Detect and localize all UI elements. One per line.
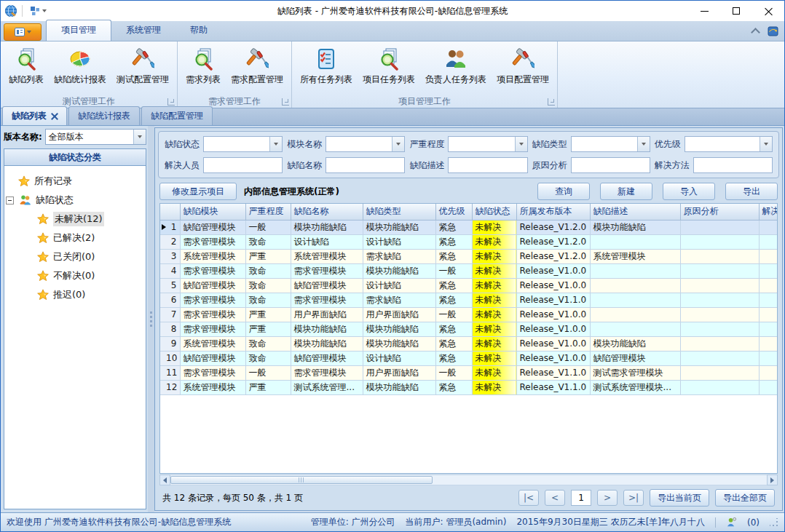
- cell-module[interactable]: 需求管理模块: [180, 293, 245, 307]
- column-header[interactable]: 缺陷模块: [180, 204, 245, 220]
- ribbon-button[interactable]: 缺陷统计报表: [50, 44, 110, 88]
- tree-item[interactable]: 未解决(12): [7, 210, 143, 229]
- cell-description[interactable]: [590, 307, 680, 322]
- ribbon-button[interactable]: 所有任务列表: [296, 44, 356, 88]
- cell-solution[interactable]: [759, 234, 778, 249]
- filter-input[interactable]: [571, 157, 650, 173]
- cell-solution[interactable]: [759, 365, 778, 380]
- dialog-launcher-icon[interactable]: [548, 98, 555, 106]
- cell-priority[interactable]: 紧急: [435, 322, 472, 336]
- filter-input[interactable]: [448, 157, 527, 173]
- cell-severity[interactable]: 严重: [245, 380, 291, 394]
- cell-module[interactable]: 系统管理模块: [180, 380, 245, 394]
- cell-version[interactable]: Release_V1.0.0: [516, 336, 590, 351]
- ribbon-tab[interactable]: 帮助: [175, 20, 222, 41]
- cell-module[interactable]: 需求管理模块: [180, 307, 245, 322]
- cell-analysis[interactable]: [680, 220, 759, 234]
- cell-priority[interactable]: 一般: [435, 263, 472, 278]
- cell-status[interactable]: 未解决: [472, 263, 516, 278]
- ribbon-button[interactable]: 项目配置管理: [493, 44, 553, 88]
- cell-solution[interactable]: [759, 322, 778, 336]
- page-number-input[interactable]: [571, 490, 591, 506]
- cell-priority[interactable]: 紧急: [435, 336, 472, 351]
- cell-priority[interactable]: 一般: [435, 307, 472, 322]
- cell-module[interactable]: 系统管理模块: [180, 249, 245, 263]
- cell-status[interactable]: 未解决: [472, 234, 516, 249]
- cell-version[interactable]: Release_V1.1.0: [516, 380, 590, 394]
- table-row[interactable]: 11 需求管理模块 一般 需求管理模块 用户界面缺陷 一般 未解决 Releas…: [160, 365, 778, 380]
- action-button[interactable]: 导出: [725, 183, 778, 200]
- cell-solution[interactable]: [759, 336, 778, 351]
- cell-severity[interactable]: 一般: [245, 220, 291, 234]
- cell-analysis[interactable]: [680, 351, 759, 365]
- cell-description[interactable]: [590, 263, 680, 278]
- chevron-down-icon[interactable]: [515, 137, 527, 151]
- horizontal-scrollbar[interactable]: [159, 475, 778, 485]
- app-menu-button[interactable]: [4, 23, 42, 41]
- column-header[interactable]: 缺陷名称: [291, 204, 363, 220]
- table-row[interactable]: 8 需求管理模块 严重 模块功能缺陷 模块功能缺陷 紧急 未解决 Release…: [160, 322, 778, 336]
- cell-name[interactable]: 用户界面缺陷: [291, 307, 363, 322]
- cell-status[interactable]: 未解决: [472, 336, 516, 351]
- cell-name[interactable]: 测试系统管理...: [291, 380, 363, 394]
- dialog-launcher-icon[interactable]: [282, 98, 289, 106]
- chevron-down-icon[interactable]: [392, 137, 404, 151]
- cell-status[interactable]: 未解决: [472, 322, 516, 336]
- resize-grip[interactable]: [770, 518, 778, 527]
- cell-analysis[interactable]: [680, 234, 759, 249]
- prev-page-button[interactable]: <: [545, 490, 565, 506]
- cell-priority[interactable]: 紧急: [435, 234, 472, 249]
- cell-severity[interactable]: 致命: [245, 278, 291, 293]
- chevron-down-icon[interactable]: [133, 130, 146, 144]
- cell-module[interactable]: 缺陷管理模块: [180, 351, 245, 365]
- cell-version[interactable]: Release_V1.0.0: [516, 351, 590, 365]
- cell-name[interactable]: 缺陷管理模块: [291, 278, 363, 293]
- table-row[interactable]: 6 需求管理模块 致命 需求管理模块 需求缺陷 紧急 未解决 Release_V…: [160, 293, 778, 307]
- export-all-pages-button[interactable]: 导出全部页: [715, 489, 775, 507]
- cell-priority[interactable]: 紧急: [435, 249, 472, 263]
- cell-priority[interactable]: 紧急: [435, 293, 472, 307]
- cell-analysis[interactable]: [680, 365, 759, 380]
- ribbon-tab[interactable]: 项目管理: [46, 20, 111, 41]
- cell-solution[interactable]: [759, 293, 778, 307]
- cell-status[interactable]: 未解决: [472, 351, 516, 365]
- close-icon[interactable]: [51, 113, 58, 119]
- cell-description[interactable]: [590, 293, 680, 307]
- cell-name[interactable]: 模块功能缺陷: [291, 322, 363, 336]
- table-row[interactable]: 3 系统管理模块 严重 系统管理模块 需求缺陷 紧急 未解决 Release_V…: [160, 249, 778, 263]
- cell-type[interactable]: 用户界面缺陷: [363, 365, 435, 380]
- cell-description[interactable]: [590, 278, 680, 293]
- cell-module[interactable]: 缺陷管理模块: [180, 220, 245, 234]
- tree-item[interactable]: 所有记录: [7, 172, 143, 191]
- filter-text-input[interactable]: [572, 137, 637, 151]
- filter-input[interactable]: [326, 136, 405, 152]
- cell-module[interactable]: 系统管理模块: [180, 336, 245, 351]
- scrollbar-track[interactable]: [170, 475, 767, 485]
- cell-severity[interactable]: 致命: [245, 336, 291, 351]
- table-row[interactable]: 7 需求管理模块 严重 用户界面缺陷 用户界面缺陷 一般 未解决 Release…: [160, 307, 778, 322]
- cell-status[interactable]: 未解决: [472, 293, 516, 307]
- cell-solution[interactable]: [759, 307, 778, 322]
- cell-description[interactable]: 模块功能缺陷: [590, 220, 680, 234]
- filter-text-input[interactable]: [326, 137, 392, 151]
- cell-status[interactable]: 未解决: [472, 365, 516, 380]
- cell-name[interactable]: 模块功能缺陷: [291, 336, 363, 351]
- column-header[interactable]: 严重程度: [245, 204, 291, 220]
- modify-display-items-button[interactable]: 修改显示项目: [159, 183, 237, 200]
- column-header[interactable]: 原因分析: [680, 204, 759, 220]
- version-select[interactable]: 全部版本: [45, 129, 146, 145]
- dialog-launcher-icon[interactable]: [167, 98, 175, 106]
- cell-module[interactable]: 缺陷管理模块: [180, 278, 245, 293]
- table-row[interactable]: 5 缺陷管理模块 致命 缺陷管理模块 设计缺陷 紧急 未解决 Release_V…: [160, 278, 778, 293]
- filter-text-input[interactable]: [572, 158, 650, 172]
- cell-name[interactable]: 需求管理模块: [291, 263, 363, 278]
- cell-description[interactable]: 测试需求管理模块: [590, 365, 680, 380]
- collapse-ribbon-icon[interactable]: [751, 28, 761, 35]
- cell-severity[interactable]: 致命: [245, 234, 291, 249]
- cell-analysis[interactable]: [680, 278, 759, 293]
- collapse-expander-icon[interactable]: [6, 196, 14, 205]
- table-row[interactable]: 4 需求管理模块 致命 需求管理模块 模块功能缺陷 一般 未解决 Release…: [160, 263, 778, 278]
- chevron-down-icon[interactable]: [760, 137, 772, 151]
- cell-solution[interactable]: [759, 220, 778, 234]
- column-header[interactable]: 优先级: [435, 204, 472, 220]
